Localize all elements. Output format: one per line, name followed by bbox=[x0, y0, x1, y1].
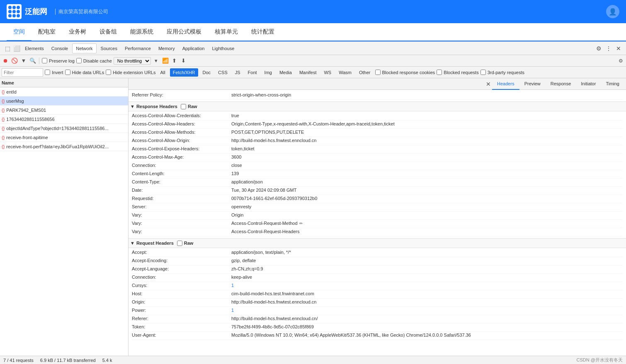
filter-input[interactable] bbox=[2, 68, 43, 77]
filter-type-ws[interactable]: WS bbox=[321, 68, 334, 77]
nav-item-stats[interactable]: 统计配置 bbox=[245, 23, 281, 41]
raw-checkbox-label[interactable]: Raw bbox=[177, 241, 194, 246]
blocked-response-cookies-label[interactable]: Blocked response cookies bbox=[375, 70, 435, 75]
resp-header-key: Server: bbox=[132, 204, 231, 209]
hide-ext-urls-label[interactable]: Hide extension URLs bbox=[106, 70, 155, 75]
filter-type-fetch[interactable]: Fetch/XHR bbox=[170, 68, 198, 77]
request-item[interactable]: {} 1763440288111558656 bbox=[0, 115, 128, 124]
filter-type-other[interactable]: Other bbox=[356, 68, 374, 77]
raw-checkbox-label[interactable]: Raw bbox=[181, 104, 197, 109]
hide-ext-urls-checkbox[interactable] bbox=[106, 70, 111, 75]
filter-type-doc[interactable]: Doc bbox=[200, 68, 214, 77]
resp-header-key: Vary: bbox=[132, 221, 231, 226]
filter-type-css[interactable]: CSS bbox=[215, 68, 231, 77]
device-icon[interactable]: ⬜ bbox=[12, 44, 21, 53]
nav-item-devicegroup[interactable]: 设备组 bbox=[93, 23, 124, 41]
nav-menu: 空间 配电室 业务树 设备组 能源系统 应用公式模板 核算单元 统计配置 bbox=[0, 23, 626, 41]
nav-item-space[interactable]: 空间 bbox=[7, 23, 32, 41]
request-name: receive-front-apitime bbox=[6, 135, 48, 140]
filter-type-manifest[interactable]: Manifest bbox=[296, 68, 320, 77]
resp-header-row: Access-Control-Expose-Headers: token,tic… bbox=[132, 145, 623, 154]
disable-cache-checkbox[interactable] bbox=[76, 58, 82, 63]
resp-header-key: Access-Control-Allow-Headers: bbox=[132, 121, 231, 126]
request-item-selected[interactable]: {} userMsg bbox=[0, 96, 128, 106]
tab-console[interactable]: Console bbox=[48, 43, 71, 53]
tab-lighthouse[interactable]: Lighthouse bbox=[209, 43, 238, 53]
invert-checkbox[interactable] bbox=[45, 70, 50, 75]
filter-type-media[interactable]: Media bbox=[277, 68, 295, 77]
search-button[interactable]: 🔍 bbox=[29, 57, 36, 65]
third-party-checkbox[interactable] bbox=[480, 70, 486, 75]
detail-tab-response[interactable]: Response bbox=[546, 78, 576, 90]
tab-application[interactable]: Application bbox=[179, 43, 208, 53]
invert-label[interactable]: Invert bbox=[45, 70, 63, 75]
blocked-requests-checkbox[interactable] bbox=[437, 70, 442, 75]
request-item[interactable]: {} entId bbox=[0, 87, 128, 96]
req-header-key: Referer: bbox=[132, 316, 231, 321]
upload-icon[interactable]: ⬆ bbox=[171, 57, 178, 65]
req-header-row: Cursys: 1 bbox=[132, 282, 623, 290]
throttle-select[interactable]: No throttling bbox=[114, 57, 151, 65]
edit-icon[interactable]: ✏ bbox=[299, 221, 303, 226]
request-item[interactable]: {} PARK7942_EMS01 bbox=[0, 106, 128, 115]
nav-item-accounting[interactable]: 核算单元 bbox=[208, 23, 245, 41]
filter-toggle[interactable]: ▼ bbox=[20, 57, 27, 65]
hide-data-urls-checkbox[interactable] bbox=[65, 70, 70, 75]
detail-tab-preview[interactable]: Preview bbox=[519, 78, 546, 90]
resp-header-key: Content-Length: bbox=[132, 171, 231, 176]
request-icon: {} bbox=[2, 89, 5, 94]
request-headers-section[interactable]: ▼ Request Headers Raw bbox=[129, 238, 626, 248]
more-icon[interactable]: ⋮ bbox=[604, 44, 613, 53]
nav-item-business[interactable]: 业务树 bbox=[62, 23, 93, 41]
settings-icon[interactable]: ⚙ bbox=[594, 44, 603, 53]
toolbar-settings-icon[interactable]: ⚙ bbox=[617, 57, 624, 65]
nav-item-formula[interactable]: 应用公式模板 bbox=[160, 23, 208, 41]
filter-type-img[interactable]: Img bbox=[262, 68, 275, 77]
preserve-log-label[interactable]: Preserve log bbox=[42, 58, 75, 63]
detail-close-button[interactable]: ✕ bbox=[485, 80, 492, 88]
disable-cache-label[interactable]: Disable cache bbox=[76, 58, 112, 63]
close-icon[interactable]: ✕ bbox=[614, 44, 623, 53]
download-icon[interactable]: ⬇ bbox=[180, 57, 187, 65]
inspect-icon[interactable]: ⬚ bbox=[3, 44, 12, 53]
blocked-requests-label[interactable]: Blocked requests bbox=[437, 70, 478, 75]
hide-data-urls-label[interactable]: Hide data URLs bbox=[65, 70, 104, 75]
record-button[interactable]: ⏺ bbox=[2, 57, 9, 65]
request-item[interactable]: {} receive-front-perf?data=eyJibGFua1Rpb… bbox=[0, 142, 128, 151]
logo-dot bbox=[8, 14, 12, 17]
preserve-log-checkbox[interactable] bbox=[42, 58, 47, 63]
filter-type-all[interactable]: All bbox=[158, 68, 168, 77]
blocked-response-cookies-checkbox[interactable] bbox=[375, 70, 381, 75]
tab-elements[interactable]: Elements bbox=[22, 43, 47, 53]
req-header-row: Token: 757be2fd-f499-4b8c-9d5c-07c02c85f… bbox=[132, 323, 623, 332]
detail-tab-headers[interactable]: Headers bbox=[492, 78, 519, 90]
logo-dot bbox=[17, 6, 20, 9]
filter-type-font[interactable]: Font bbox=[245, 68, 260, 77]
tab-memory[interactable]: Memory bbox=[155, 43, 178, 53]
filter-type-wasm[interactable]: Wasm bbox=[336, 68, 354, 77]
tab-sources[interactable]: Sources bbox=[97, 43, 121, 53]
request-item[interactable]: {} objectIdAndType?objectId=176344028811… bbox=[0, 124, 128, 133]
raw-checkbox[interactable] bbox=[181, 104, 186, 109]
raw-checkbox[interactable] bbox=[177, 241, 182, 246]
detail-tab-initiator[interactable]: Initiator bbox=[576, 78, 601, 90]
nav-item-switchroom[interactable]: 配电室 bbox=[32, 23, 62, 41]
req-header-val: http://build-model-hcs.fnwtest.enncloud.… bbox=[231, 299, 623, 304]
response-headers-section[interactable]: ▼ Response Headers Raw bbox=[129, 101, 626, 111]
third-party-label[interactable]: 3rd-party requests bbox=[480, 70, 524, 75]
app-logo: 泛能网 │ 南京荣高贸易有限公司 bbox=[7, 4, 108, 19]
request-item[interactable]: {} receive-front-apitime bbox=[0, 133, 128, 142]
clear-button[interactable]: 🚫 bbox=[11, 57, 18, 65]
resp-header-row: Vary: Origin bbox=[132, 212, 623, 220]
avatar[interactable]: 👤 bbox=[606, 5, 619, 18]
wifi-icon[interactable]: 📶 bbox=[162, 57, 169, 65]
tab-performance[interactable]: Performance bbox=[121, 43, 154, 53]
request-name: receive-front-perf?data=eyJibGFua1RpbWUi… bbox=[6, 144, 109, 149]
tab-network[interactable]: Network bbox=[72, 43, 96, 53]
nav-item-energy[interactable]: 能源系统 bbox=[124, 23, 160, 41]
filter-type-js[interactable]: JS bbox=[232, 68, 243, 77]
detail-tab-timing[interactable]: Timing bbox=[601, 78, 624, 90]
throttle-dropdown-icon[interactable]: ▾ bbox=[153, 57, 160, 65]
resp-header-val: http://build-model-hcs.fnwtest.enncloud.… bbox=[231, 138, 623, 143]
request-icon: {} bbox=[2, 135, 5, 140]
